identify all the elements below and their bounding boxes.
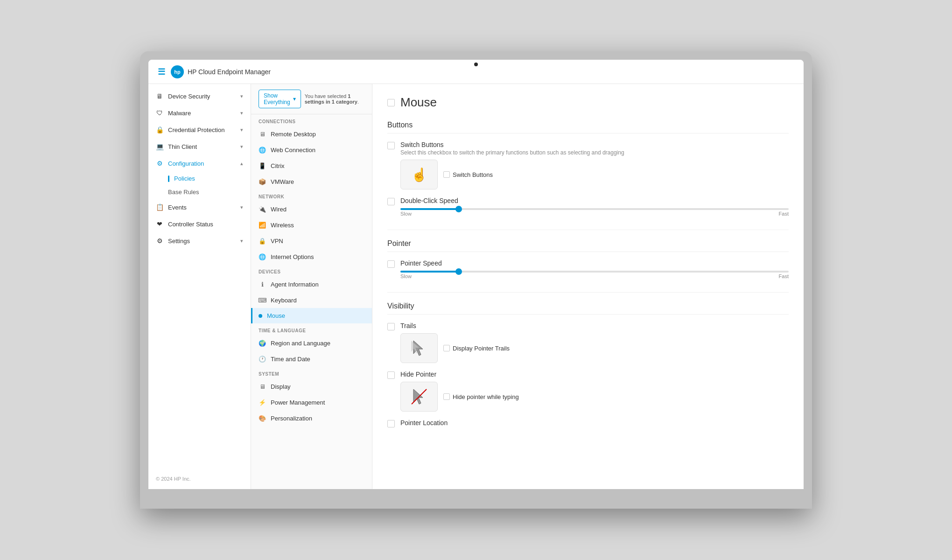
visibility-section-title: Visibility (387, 302, 789, 315)
pointer-speed-row: Pointer Speed Slow Fast (387, 259, 789, 279)
menu-icon[interactable]: ☰ (158, 67, 165, 77)
hide-pointer-info: Hide Pointer (400, 371, 789, 412)
chevron-icon: ▾ (240, 204, 243, 210)
sidebar-item-events[interactable]: 📋 Events ▾ (148, 199, 251, 216)
page-header: Mouse (387, 95, 789, 110)
double-click-info: Double-Click Speed Slow Fast (400, 197, 789, 217)
trails-info: Trails (400, 322, 789, 363)
filter-bar: Show Everything ▾ You have selected 1 se… (251, 84, 372, 114)
power-icon: ⚡ (259, 399, 266, 406)
sidebar-item-malware[interactable]: 🛡 Malware ▾ (148, 105, 251, 121)
wired-icon: 🔌 (259, 205, 266, 213)
nav-agent-information[interactable]: ℹ Agent Information (251, 276, 372, 292)
sidebar-sub-policies[interactable]: Policies (168, 172, 251, 185)
nav-vpn[interactable]: 🔒 VPN (251, 233, 372, 249)
chevron-icon: ▾ (240, 93, 243, 99)
citrix-icon: 📱 (259, 162, 266, 169)
hide-pointer-label: Hide Pointer (400, 371, 789, 378)
pointer-speed-slider-row: Slow Fast (400, 271, 789, 279)
pointer-location-label: Pointer Location (400, 419, 789, 427)
switch-buttons-preview-box: ☝️ (400, 160, 438, 189)
nav-citrix[interactable]: 📱 Citrix (251, 158, 372, 174)
time-section-label: TIME & LANGUAGE (251, 323, 372, 335)
chevron-icon: ▾ (240, 110, 243, 116)
nav-wired[interactable]: 🔌 Wired (251, 201, 372, 217)
sidebar-item-device-security[interactable]: 🖥 Device Security ▾ (148, 88, 251, 105)
sidebar-sub-base-rules[interactable]: Base Rules (168, 185, 251, 199)
chevron-up-icon: ▴ (240, 161, 243, 167)
trails-row: Trails (387, 322, 789, 363)
pointer-speed-slider[interactable] (400, 271, 789, 273)
footer-text: © 2024 HP Inc. (148, 469, 198, 489)
filter-dropdown[interactable]: Show Everything ▾ (259, 90, 301, 108)
region-icon: 🌍 (259, 339, 266, 347)
active-dot (259, 314, 262, 318)
hide-pointer-mini-checkbox[interactable] (443, 393, 450, 400)
dropdown-chevron-icon: ▾ (293, 96, 296, 102)
hide-pointer-checkbox[interactable] (387, 371, 395, 379)
sidebar-item-settings[interactable]: ⚙ Settings ▾ (148, 232, 251, 249)
trails-mini-checkbox[interactable] (443, 345, 450, 351)
malware-icon: 🛡 (156, 109, 163, 117)
switch-buttons-label: Switch Buttons (400, 141, 789, 148)
chevron-icon: ▾ (240, 127, 243, 133)
pointer-speed-label: Pointer Speed (400, 259, 789, 267)
app-title: HP Cloud Endpoint Manager (188, 68, 271, 76)
nav-power-management[interactable]: ⚡ Power Management (251, 394, 372, 410)
controller-status-icon: ❤ (156, 220, 163, 228)
buttons-section: Buttons Switch Buttons Select this check… (387, 121, 789, 217)
double-click-checkbox[interactable] (387, 198, 395, 205)
switch-buttons-checkbox[interactable] (387, 142, 395, 149)
sidebar-item-configuration[interactable]: ⚙ Configuration ▴ (148, 155, 251, 172)
double-click-slider[interactable] (400, 208, 789, 210)
sidebar-item-credential[interactable]: 🔒 Credential Protection ▾ (148, 121, 251, 138)
switch-buttons-row: Switch Buttons Select this checkbox to s… (387, 141, 789, 189)
nav-wireless[interactable]: 📶 Wireless (251, 217, 372, 233)
slider-thumb[interactable] (455, 206, 462, 212)
web-connection-icon: 🌐 (259, 146, 266, 154)
pointer-slider-thumb[interactable] (455, 268, 462, 275)
buttons-section-title: Buttons (387, 121, 789, 133)
hide-pointer-label-row: Hide pointer while typing (443, 393, 519, 400)
nav-remote-desktop[interactable]: 🖥 Remote Desktop (251, 126, 372, 142)
switch-mini-checkbox[interactable] (443, 171, 450, 178)
settings-icon: ⚙ (156, 237, 163, 245)
nav-personalization[interactable]: 🎨 Personalization (251, 410, 372, 426)
pointer-location-row: Pointer Location (387, 419, 789, 427)
pointer-speed-checkbox[interactable] (387, 260, 395, 268)
pointer-location-checkbox[interactable] (387, 420, 395, 427)
trails-preview-svg (410, 339, 428, 357)
internet-options-icon: 🌐 (259, 253, 266, 260)
nav-internet-options[interactable]: 🌐 Internet Options (251, 249, 372, 265)
logo-area: hp HP Cloud Endpoint Manager (171, 65, 271, 78)
sidebar-item-controller-status[interactable]: ❤ Controller Status (148, 216, 251, 232)
page-title-checkbox[interactable] (387, 99, 395, 106)
network-section-label: NETWORK (251, 189, 372, 201)
nav-time-date[interactable]: 🕐 Time and Date (251, 351, 372, 367)
double-click-label: Double-Click Speed (400, 197, 789, 204)
nav-vmware[interactable]: 📦 VMWare (251, 174, 372, 189)
sidebar-item-thin-client[interactable]: 💻 Thin Client ▾ (148, 138, 251, 155)
connections-section-label: CONNECTIONS (251, 114, 372, 126)
device-security-icon: 🖥 (156, 92, 163, 100)
double-click-slider-row: Slow Fast (400, 208, 789, 217)
filter-info: You have selected 1 settings in 1 catego… (305, 93, 364, 105)
nav-display[interactable]: 🖥 Display (251, 378, 372, 394)
slider-fill (400, 208, 459, 210)
visibility-section: Visibility Trails (387, 302, 789, 427)
thin-client-icon: 💻 (156, 143, 163, 150)
right-content: Mouse Buttons Switch Buttons Select this… (372, 84, 804, 489)
sidebar-sub-items: Policies Base Rules (148, 172, 251, 199)
page-title: Mouse (400, 95, 437, 110)
nav-mouse[interactable]: Mouse (251, 308, 372, 323)
nav-region-language[interactable]: 🌍 Region and Language (251, 335, 372, 351)
display-icon: 🖥 (259, 383, 266, 390)
switch-label-row: Switch Buttons (443, 171, 493, 178)
switch-buttons-info: Switch Buttons Select this checkbox to s… (400, 141, 789, 189)
nav-keyboard[interactable]: ⌨ Keyboard (251, 292, 372, 308)
nav-web-connection[interactable]: 🌐 Web Connection (251, 142, 372, 158)
switch-buttons-preview: ☝️ Switch Buttons (400, 160, 789, 189)
chevron-icon: ▾ (240, 144, 243, 150)
trails-checkbox[interactable] (387, 323, 395, 330)
devices-section-label: DEVICES (251, 265, 372, 276)
